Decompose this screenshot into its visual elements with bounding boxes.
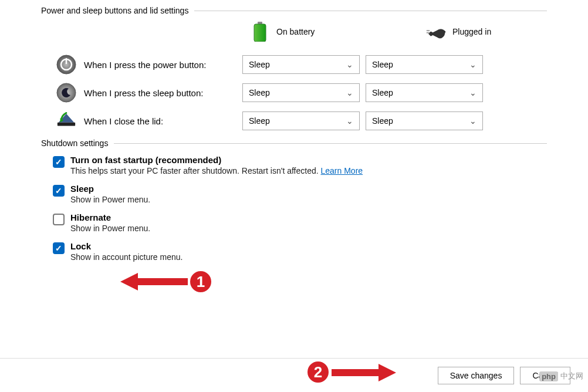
- chevron-down-icon: ⌄: [346, 88, 353, 97]
- hibernate-item: Hibernate Show in Power menu.: [53, 212, 588, 233]
- svg-rect-3: [427, 32, 430, 33]
- sleep-button-icon: [56, 82, 77, 103]
- sleep-checkbox[interactable]: [53, 185, 65, 197]
- battery-icon: [249, 21, 271, 42]
- annotation-marker-2: 2: [305, 359, 331, 385]
- row-close-lid: When I close the lid: Sleep ⌄ Sleep ⌄: [56, 110, 588, 131]
- svg-marker-13: [379, 364, 396, 381]
- chevron-down-icon: ⌄: [346, 60, 353, 69]
- section-header-shutdown-label: Shutdown settings: [41, 138, 108, 148]
- save-changes-button[interactable]: Save changes: [438, 367, 515, 384]
- lock-item: Lock Show in account picture menu.: [53, 241, 588, 262]
- select-value: Sleep: [249, 116, 270, 126]
- svg-rect-1: [254, 24, 266, 42]
- plug-icon: [425, 21, 447, 42]
- select-value: Sleep: [372, 116, 393, 126]
- fast-startup-title: Turn on fast startup (recommended): [70, 155, 363, 165]
- plugged-in-header: Plugged in: [425, 21, 543, 42]
- lock-checkbox[interactable]: [53, 242, 65, 254]
- svg-marker-11: [120, 273, 138, 290]
- section-header-shutdown: Shutdown settings: [41, 138, 547, 148]
- annotation-marker-1: 1: [188, 269, 214, 295]
- chevron-down-icon: ⌄: [469, 60, 477, 69]
- hibernate-checkbox[interactable]: [53, 214, 65, 225]
- watermark: php 中文网: [539, 371, 583, 381]
- annotation-arrow-2: [332, 361, 396, 384]
- sleep-item: Sleep Show in Power menu.: [53, 184, 588, 204]
- footer-bar: Save changes Cancel: [0, 358, 588, 392]
- select-value: Sleep: [372, 88, 393, 97]
- select-value: Sleep: [249, 88, 270, 97]
- watermark-brand: php: [539, 371, 558, 381]
- svg-point-4: [57, 55, 76, 74]
- on-battery-label: On battery: [276, 27, 315, 36]
- section-header-power-label: Power and sleep buttons and lid settings: [41, 6, 188, 15]
- close-lid-label: When I close the lid:: [84, 116, 242, 126]
- laptop-lid-icon: [56, 110, 77, 131]
- hibernate-title: Hibernate: [70, 212, 150, 222]
- svg-rect-2: [427, 30, 430, 31]
- hibernate-desc: Show in Power menu.: [70, 224, 150, 233]
- shutdown-settings-list: Turn on fast startup (recommended) This …: [53, 155, 588, 262]
- close-lid-plugged-select[interactable]: Sleep ⌄: [366, 111, 483, 130]
- select-value: Sleep: [249, 60, 270, 69]
- power-button-battery-select[interactable]: Sleep ⌄: [242, 55, 360, 74]
- section-header-power: Power and sleep buttons and lid settings: [41, 6, 547, 15]
- close-lid-battery-select[interactable]: Sleep ⌄: [242, 111, 360, 130]
- watermark-text: 中文网: [560, 371, 583, 381]
- sleep-title: Sleep: [70, 184, 150, 194]
- annotation-arrow-1: [120, 270, 191, 293]
- learn-more-link[interactable]: Learn More: [321, 166, 363, 175]
- power-button-icon: [56, 54, 77, 75]
- divider: [194, 11, 547, 11]
- power-button-label: When I press the power button:: [84, 60, 242, 70]
- fast-startup-checkbox[interactable]: [53, 156, 65, 168]
- sleep-button-battery-select[interactable]: Sleep ⌄: [242, 83, 360, 102]
- divider: [114, 143, 547, 144]
- chevron-down-icon: ⌄: [346, 116, 353, 126]
- fast-startup-desc: This helps start your PC faster after sh…: [70, 166, 363, 175]
- sleep-button-plugged-select[interactable]: Sleep ⌄: [366, 83, 483, 102]
- row-power-button: When I press the power button: Sleep ⌄ S…: [56, 54, 588, 75]
- svg-rect-8: [58, 123, 75, 126]
- plugged-in-label: Plugged in: [452, 27, 491, 36]
- lock-desc: Show in account picture menu.: [70, 252, 183, 262]
- select-value: Sleep: [372, 60, 393, 69]
- power-button-plugged-select[interactable]: Sleep ⌄: [366, 55, 483, 74]
- on-battery-header: On battery: [249, 21, 367, 42]
- lock-title: Lock: [70, 241, 183, 251]
- sleep-desc: Show in Power menu.: [70, 195, 150, 204]
- fast-startup-item: Turn on fast startup (recommended) This …: [53, 155, 588, 175]
- row-sleep-button: When I press the sleep button: Sleep ⌄ S…: [56, 82, 588, 103]
- chevron-down-icon: ⌄: [469, 116, 477, 126]
- chevron-down-icon: ⌄: [469, 88, 477, 97]
- sleep-button-label: When I press the sleep button:: [84, 88, 242, 98]
- column-headers: On battery Plugged in: [0, 21, 588, 42]
- svg-rect-0: [258, 22, 262, 24]
